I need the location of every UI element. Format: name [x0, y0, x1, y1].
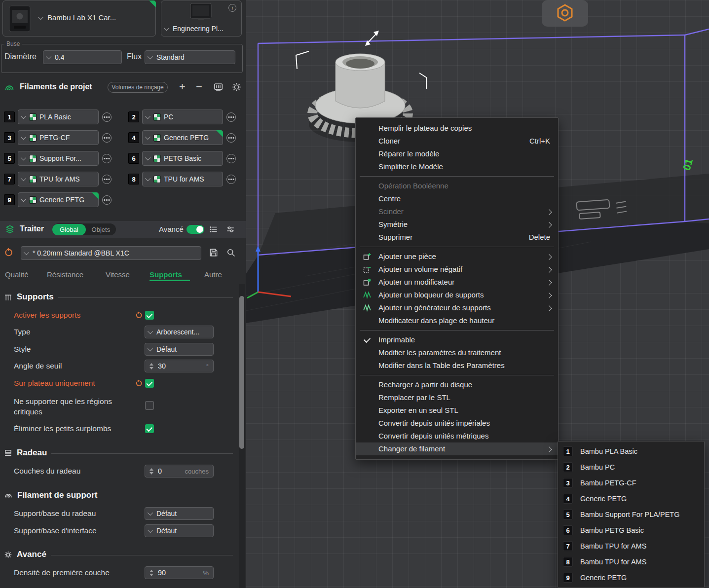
- submenu-item[interactable]: 8Bambu TPU for AMS: [558, 554, 704, 570]
- submenu-item[interactable]: 1Bambu PLA Basic: [558, 443, 704, 459]
- menu-item[interactable]: Convertir depuis unités métriques: [356, 430, 558, 442]
- plate-card[interactable]: i Engineering Pl...: [161, 0, 242, 37]
- menu-item[interactable]: Remplir le plateau de copies: [356, 122, 558, 135]
- filament-options-button[interactable]: [102, 195, 112, 205]
- threshold-angle-spinner[interactable]: 30 °: [145, 360, 214, 372]
- filament-dropdown[interactable]: PC: [142, 110, 223, 124]
- spinner-arrows-icon[interactable]: [149, 468, 153, 475]
- menu-item[interactable]: Ajouter un bloqueur de supports: [356, 289, 558, 301]
- filament-color-swatch[interactable]: 2: [128, 111, 139, 122]
- submenu-item[interactable]: 7Bambu TPU for AMS: [558, 538, 704, 554]
- menu-item[interactable]: Modifier les paramètres du traitement: [356, 346, 558, 359]
- submenu-item[interactable]: 2Bambu PC: [558, 459, 704, 475]
- menu-item[interactable]: Convertir depuis unités impériales: [356, 417, 558, 430]
- filament-color-swatch[interactable]: 1: [4, 111, 15, 122]
- menu-item[interactable]: Simplifier le Modèle: [356, 160, 558, 173]
- support-type-dropdown[interactable]: Arborescent...: [145, 326, 214, 338]
- raft-base-filament-dropdown[interactable]: Défaut: [145, 507, 214, 520]
- nozzle-diameter-dropdown[interactable]: 0.4: [43, 50, 122, 64]
- flush-volumes-button[interactable]: Volumes de rinçage: [108, 82, 168, 93]
- menu-item[interactable]: Recharger à partir du disque: [356, 378, 558, 391]
- tune-sliders-icon[interactable]: [226, 225, 235, 234]
- submenu-item[interactable]: 5Bambu Support For PLA/PETG: [558, 507, 704, 522]
- filament-settings-gear-icon[interactable]: [231, 82, 242, 92]
- filament-color-swatch[interactable]: 6: [128, 153, 139, 164]
- filament-options-button[interactable]: [226, 175, 236, 184]
- menu-item[interactable]: Centre: [356, 192, 558, 205]
- filament-options-button[interactable]: [102, 112, 112, 122]
- menu-item[interactable]: ClonerCtrl+K: [356, 135, 558, 147]
- scrollbar-thumb[interactable]: [239, 296, 244, 449]
- remove-filament-button[interactable]: −: [196, 81, 202, 92]
- tab-speed[interactable]: Vitesse: [106, 270, 130, 279]
- menu-item-change-filament[interactable]: Changer de filament: [356, 442, 558, 455]
- spinner-arrows-icon[interactable]: [149, 570, 153, 576]
- filament-dropdown[interactable]: PLA Basic: [18, 110, 99, 124]
- settings-scrollbar[interactable]: [239, 284, 245, 588]
- reset-value-icon[interactable]: [135, 379, 143, 387]
- interface-filament-dropdown[interactable]: Défaut: [145, 524, 214, 537]
- filament-options-button[interactable]: [226, 154, 236, 163]
- menu-item[interactable]: Ajouter une pièce: [356, 250, 558, 263]
- save-preset-icon[interactable]: [209, 248, 219, 257]
- filament-color-swatch[interactable]: 9: [4, 194, 15, 205]
- filament-color-swatch[interactable]: 5: [4, 153, 15, 164]
- spinner-arrows-icon[interactable]: [149, 363, 153, 369]
- tab-strength[interactable]: Résistance: [47, 270, 83, 279]
- filament-dropdown[interactable]: PETG-CF: [18, 130, 99, 145]
- submenu-item[interactable]: 4Generic PETG: [558, 491, 704, 507]
- menu-item[interactable]: Réparer le modèle: [356, 147, 558, 160]
- printer-selector[interactable]: Bambu Lab X1 Car...: [39, 13, 116, 22]
- filament-color-swatch[interactable]: 8: [128, 174, 139, 184]
- menu-item[interactable]: Modifier dans la Table des Paramètres: [356, 359, 558, 372]
- filament-color-swatch[interactable]: 4: [128, 132, 139, 143]
- filament-dropdown[interactable]: TPU for AMS: [18, 172, 99, 186]
- plate-marker-badge[interactable]: [542, 0, 588, 27]
- filament-options-button[interactable]: [226, 112, 236, 122]
- filament-dropdown[interactable]: Generic PETG: [18, 192, 99, 207]
- enable-supports-checkbox[interactable]: [145, 311, 154, 320]
- reset-preset-icon[interactable]: [4, 248, 14, 257]
- remove-small-overhangs-checkbox[interactable]: [145, 424, 154, 433]
- reset-value-icon[interactable]: [135, 311, 143, 319]
- menu-item[interactable]: Modificateur dans plage de hauteur: [356, 314, 558, 327]
- filament-options-button[interactable]: [102, 175, 112, 184]
- tab-global[interactable]: Global: [52, 224, 86, 235]
- filament-color-swatch[interactable]: 7: [4, 174, 15, 184]
- tab-supports[interactable]: Supports: [149, 270, 182, 279]
- filament-dropdown[interactable]: TPU for AMS: [142, 172, 223, 186]
- support-style-dropdown[interactable]: Défaut: [145, 343, 214, 356]
- menu-item[interactable]: Remplacer par le STL: [356, 391, 558, 404]
- menu-item[interactable]: Symétrie: [356, 218, 558, 231]
- first-layer-density-spinner[interactable]: 90 %: [145, 566, 214, 579]
- plate-number-label[interactable]: 01: [681, 157, 695, 172]
- advanced-toggle[interactable]: [187, 225, 204, 234]
- filament-options-button[interactable]: [102, 154, 112, 163]
- tab-quality[interactable]: Qualité: [5, 270, 29, 279]
- filament-dropdown[interactable]: Support For...: [18, 151, 99, 166]
- tab-other[interactable]: Autre: [204, 270, 222, 279]
- plate-type-selector[interactable]: Engineering Pl...: [165, 25, 224, 33]
- menu-item[interactable]: Ajouter un générateur de supports: [356, 301, 558, 314]
- menu-item[interactable]: SupprimerDelete: [356, 231, 558, 244]
- submenu-item[interactable]: 6Bambu PETG Basic: [558, 522, 704, 538]
- critical-regions-only-checkbox[interactable]: [145, 401, 154, 410]
- tab-objects[interactable]: Objets: [86, 224, 116, 235]
- raft-layers-spinner[interactable]: 0 couches: [145, 465, 214, 478]
- filament-options-button[interactable]: [226, 133, 236, 143]
- process-preset-dropdown[interactable]: * 0.20mm Standard @BBL X1C: [21, 246, 201, 260]
- search-icon[interactable]: [226, 248, 236, 257]
- filament-dropdown[interactable]: Generic PETG: [142, 130, 223, 145]
- add-filament-button[interactable]: +: [179, 81, 186, 92]
- filament-color-swatch[interactable]: 3: [4, 132, 15, 143]
- menu-item[interactable]: Ajouter un modificateur: [356, 276, 558, 289]
- filament-options-button[interactable]: [102, 133, 112, 143]
- submenu-item[interactable]: 3Bambu PETG-CF: [558, 475, 704, 491]
- flow-dropdown[interactable]: Standard: [145, 50, 235, 64]
- list-view-icon[interactable]: [209, 225, 218, 234]
- info-icon[interactable]: i: [228, 4, 236, 12]
- submenu-item[interactable]: 9Generic PETG: [558, 570, 704, 586]
- menu-item[interactable]: Ajouter un volume négatif: [356, 263, 558, 276]
- menu-item[interactable]: Exporter en un seul STL: [356, 404, 558, 417]
- menu-item[interactable]: Imprimable: [356, 333, 558, 346]
